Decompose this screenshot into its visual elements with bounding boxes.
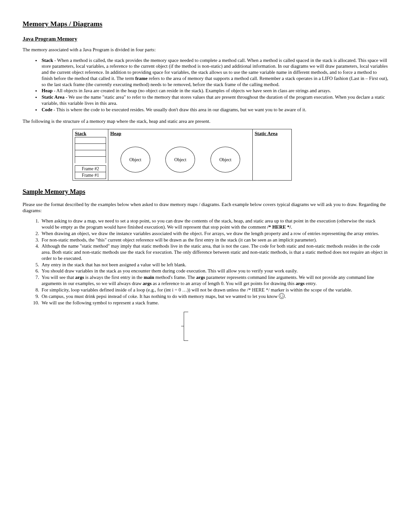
heap-header: Heap [110, 131, 250, 137]
sample-intro: Please use the format described by the e… [23, 202, 388, 214]
args-term: args [196, 275, 205, 280]
stack-frame-2: Frame #2 [75, 165, 106, 172]
heap-objects: Object Object Object [110, 137, 250, 179]
rules-list: When asking to draw a map, we need to se… [40, 218, 388, 306]
static-label: Static Area [42, 94, 64, 100]
main-term: main [144, 275, 154, 280]
heap-object: Object [165, 147, 195, 172]
static-text: - We use the name "static area" to refer… [42, 94, 385, 106]
page-title: Memory Maps / Diagrams [23, 19, 388, 28]
list-item: You should draw variables in the stack a… [40, 268, 388, 274]
heap-object: Object [210, 147, 240, 172]
args-term: args [296, 281, 305, 286]
rule-text: On campus, you must drink pepsi instead … [42, 294, 279, 299]
list-item: Code - This is where the code to be exec… [40, 107, 388, 113]
list-item: We will use the following symbol to repr… [40, 300, 388, 306]
list-item: When asking to draw a map, we need to se… [40, 218, 388, 230]
static-column: Static Area [253, 129, 291, 180]
list-item: You will see that args is always the fir… [40, 274, 388, 287]
list-item: For simplicity, loop variables defined i… [40, 287, 388, 293]
heap-column: Heap Object Object Object [108, 129, 253, 180]
rule-text: You will see that [42, 275, 75, 280]
list-item: On campus, you must drink pepsi instead … [40, 293, 388, 300]
stack-column: Stack Frame #2 Frame #1 [73, 129, 108, 180]
list-item: When drawing an object, we draw the inst… [40, 231, 388, 237]
code-text: - This is where the code to be executed … [52, 107, 306, 112]
rule-text: . [291, 224, 292, 230]
list-item: Static Area - We use the name "static ar… [40, 94, 388, 106]
heap-text: - All objects in Java are created in the… [53, 88, 331, 93]
list-item: Any entry in the stack that has not been… [40, 262, 388, 268]
static-header: Static Area [255, 131, 289, 137]
args-term: args [75, 275, 84, 280]
rule-text: as a reference to an array of length 0. … [152, 281, 296, 286]
list-item: Heap - All objects in Java are created i… [40, 88, 388, 94]
section-java-memory: Java Program Memory [23, 35, 388, 42]
args-term: args [143, 281, 152, 286]
rule-text: entry. [305, 281, 317, 286]
heap-label: Heap [42, 88, 53, 93]
stack-label: Stack [42, 58, 53, 63]
memory-parts-list: Stack - When a method is called, the sta… [40, 57, 388, 113]
list-item: Stack - When a method is called, the sta… [40, 57, 388, 88]
structure-intro: The following is the structure of a memo… [23, 118, 388, 124]
stack-row [75, 137, 106, 144]
stack-rows: Frame #2 Frame #1 [75, 137, 106, 179]
rule-text: method's frame. The [154, 275, 196, 280]
intro-text: The memory associated with a Java Progra… [23, 47, 388, 53]
stack-row [75, 156, 106, 163]
stack-frame-symbol [181, 312, 190, 341]
stack-row [75, 150, 106, 157]
code-label: Code [42, 107, 52, 112]
list-item: Although the name "static method" may im… [40, 243, 388, 261]
here-marker: /* HERE */ [267, 224, 291, 230]
section-sample-maps: Sample Memory Maps [23, 188, 388, 196]
rule-text: is always the first entry in the [84, 275, 144, 280]
list-item: For non-static methods, the "this" curre… [40, 237, 388, 243]
memory-map-diagram: Stack Frame #2 Frame #1 Heap Object Obje… [73, 129, 292, 181]
heap-object: Object [121, 147, 150, 172]
frame-term: frame [135, 76, 147, 81]
stack-row [75, 143, 106, 150]
stack-header: Stack [75, 131, 106, 137]
smile-icon [279, 293, 285, 299]
stack-frame-1: Frame #1 [75, 172, 106, 179]
rule-text: . [285, 294, 286, 299]
rule-text: When asking to draw a map, we need to se… [42, 218, 376, 230]
